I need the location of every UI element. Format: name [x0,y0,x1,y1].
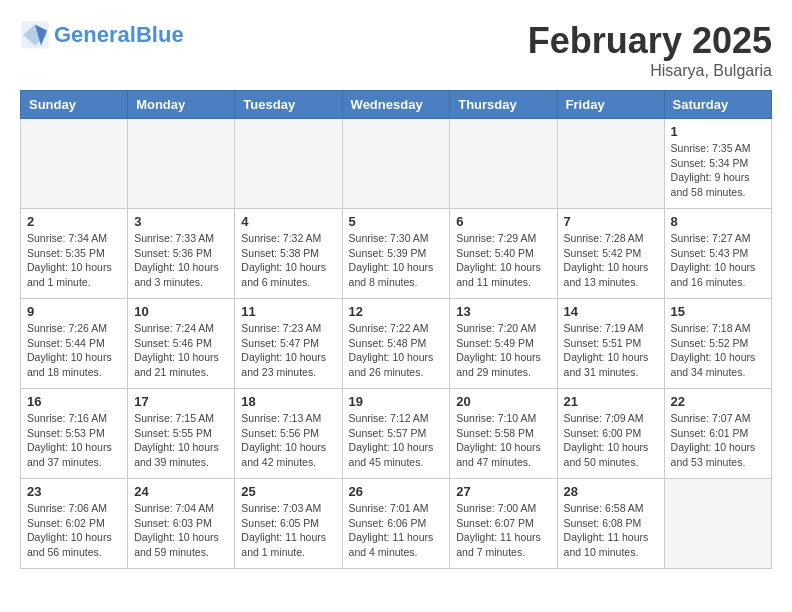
day-number: 26 [349,484,444,499]
weekday-header-monday: Monday [128,91,235,119]
day-number: 18 [241,394,335,409]
calendar-cell: 4Sunrise: 7:32 AM Sunset: 5:38 PM Daylig… [235,209,342,299]
weekday-header-friday: Friday [557,91,664,119]
weekday-header-wednesday: Wednesday [342,91,450,119]
logo-line1: General [54,22,136,47]
day-info: Sunrise: 7:16 AM Sunset: 5:53 PM Dayligh… [27,411,121,470]
day-info: Sunrise: 7:29 AM Sunset: 5:40 PM Dayligh… [456,231,550,290]
day-info: Sunrise: 7:26 AM Sunset: 5:44 PM Dayligh… [27,321,121,380]
page-header: GeneralBlue February 2025 Hisarya, Bulga… [20,20,772,80]
day-number: 17 [134,394,228,409]
day-info: Sunrise: 7:07 AM Sunset: 6:01 PM Dayligh… [671,411,765,470]
day-number: 25 [241,484,335,499]
week-row-1: 2Sunrise: 7:34 AM Sunset: 5:35 PM Daylig… [21,209,772,299]
calendar-cell: 8Sunrise: 7:27 AM Sunset: 5:43 PM Daylig… [664,209,771,299]
day-info: Sunrise: 7:32 AM Sunset: 5:38 PM Dayligh… [241,231,335,290]
day-number: 11 [241,304,335,319]
day-info: Sunrise: 7:03 AM Sunset: 6:05 PM Dayligh… [241,501,335,560]
day-number: 7 [564,214,658,229]
day-info: Sunrise: 7:20 AM Sunset: 5:49 PM Dayligh… [456,321,550,380]
day-number: 4 [241,214,335,229]
calendar-title: February 2025 [528,20,772,62]
day-info: Sunrise: 7:01 AM Sunset: 6:06 PM Dayligh… [349,501,444,560]
logo-text: GeneralBlue [54,23,184,47]
logo-line2: Blue [136,22,184,47]
calendar-cell: 11Sunrise: 7:23 AM Sunset: 5:47 PM Dayli… [235,299,342,389]
calendar-cell: 10Sunrise: 7:24 AM Sunset: 5:46 PM Dayli… [128,299,235,389]
week-row-4: 23Sunrise: 7:06 AM Sunset: 6:02 PM Dayli… [21,479,772,569]
day-number: 16 [27,394,121,409]
calendar-cell [21,119,128,209]
day-info: Sunrise: 7:22 AM Sunset: 5:48 PM Dayligh… [349,321,444,380]
calendar-subtitle: Hisarya, Bulgaria [528,62,772,80]
calendar-cell: 9Sunrise: 7:26 AM Sunset: 5:44 PM Daylig… [21,299,128,389]
logo-icon [20,20,50,50]
calendar-cell: 16Sunrise: 7:16 AM Sunset: 5:53 PM Dayli… [21,389,128,479]
day-info: Sunrise: 7:27 AM Sunset: 5:43 PM Dayligh… [671,231,765,290]
day-number: 12 [349,304,444,319]
day-number: 14 [564,304,658,319]
day-info: Sunrise: 7:24 AM Sunset: 5:46 PM Dayligh… [134,321,228,380]
calendar-cell: 3Sunrise: 7:33 AM Sunset: 5:36 PM Daylig… [128,209,235,299]
day-number: 19 [349,394,444,409]
day-number: 24 [134,484,228,499]
calendar-cell: 18Sunrise: 7:13 AM Sunset: 5:56 PM Dayli… [235,389,342,479]
day-info: Sunrise: 7:33 AM Sunset: 5:36 PM Dayligh… [134,231,228,290]
day-info: Sunrise: 7:28 AM Sunset: 5:42 PM Dayligh… [564,231,658,290]
day-number: 22 [671,394,765,409]
calendar-cell: 13Sunrise: 7:20 AM Sunset: 5:49 PM Dayli… [450,299,557,389]
calendar-cell [450,119,557,209]
day-info: Sunrise: 7:12 AM Sunset: 5:57 PM Dayligh… [349,411,444,470]
day-number: 10 [134,304,228,319]
calendar-cell: 14Sunrise: 7:19 AM Sunset: 5:51 PM Dayli… [557,299,664,389]
calendar-cell [235,119,342,209]
day-info: Sunrise: 7:19 AM Sunset: 5:51 PM Dayligh… [564,321,658,380]
calendar-cell: 5Sunrise: 7:30 AM Sunset: 5:39 PM Daylig… [342,209,450,299]
calendar-cell: 15Sunrise: 7:18 AM Sunset: 5:52 PM Dayli… [664,299,771,389]
calendar-cell: 26Sunrise: 7:01 AM Sunset: 6:06 PM Dayli… [342,479,450,569]
day-info: Sunrise: 7:15 AM Sunset: 5:55 PM Dayligh… [134,411,228,470]
weekday-header-thursday: Thursday [450,91,557,119]
day-info: Sunrise: 7:10 AM Sunset: 5:58 PM Dayligh… [456,411,550,470]
calendar-cell: 20Sunrise: 7:10 AM Sunset: 5:58 PM Dayli… [450,389,557,479]
calendar-cell: 17Sunrise: 7:15 AM Sunset: 5:55 PM Dayli… [128,389,235,479]
day-info: Sunrise: 6:58 AM Sunset: 6:08 PM Dayligh… [564,501,658,560]
day-number: 13 [456,304,550,319]
day-number: 2 [27,214,121,229]
week-row-2: 9Sunrise: 7:26 AM Sunset: 5:44 PM Daylig… [21,299,772,389]
calendar-cell: 24Sunrise: 7:04 AM Sunset: 6:03 PM Dayli… [128,479,235,569]
calendar-cell: 27Sunrise: 7:00 AM Sunset: 6:07 PM Dayli… [450,479,557,569]
day-number: 27 [456,484,550,499]
calendar-cell: 21Sunrise: 7:09 AM Sunset: 6:00 PM Dayli… [557,389,664,479]
day-number: 15 [671,304,765,319]
day-number: 3 [134,214,228,229]
calendar-cell [128,119,235,209]
day-number: 21 [564,394,658,409]
calendar-cell: 2Sunrise: 7:34 AM Sunset: 5:35 PM Daylig… [21,209,128,299]
calendar-cell [342,119,450,209]
day-number: 6 [456,214,550,229]
day-number: 8 [671,214,765,229]
calendar-cell [557,119,664,209]
title-block: February 2025 Hisarya, Bulgaria [528,20,772,80]
day-info: Sunrise: 7:35 AM Sunset: 5:34 PM Dayligh… [671,141,765,200]
calendar-cell: 22Sunrise: 7:07 AM Sunset: 6:01 PM Dayli… [664,389,771,479]
day-number: 1 [671,124,765,139]
weekday-header-tuesday: Tuesday [235,91,342,119]
day-number: 9 [27,304,121,319]
day-number: 5 [349,214,444,229]
week-row-3: 16Sunrise: 7:16 AM Sunset: 5:53 PM Dayli… [21,389,772,479]
calendar-cell [664,479,771,569]
day-info: Sunrise: 7:00 AM Sunset: 6:07 PM Dayligh… [456,501,550,560]
day-info: Sunrise: 7:30 AM Sunset: 5:39 PM Dayligh… [349,231,444,290]
calendar-cell: 28Sunrise: 6:58 AM Sunset: 6:08 PM Dayli… [557,479,664,569]
day-number: 23 [27,484,121,499]
day-info: Sunrise: 7:04 AM Sunset: 6:03 PM Dayligh… [134,501,228,560]
calendar-table: SundayMondayTuesdayWednesdayThursdayFrid… [20,90,772,569]
day-info: Sunrise: 7:18 AM Sunset: 5:52 PM Dayligh… [671,321,765,380]
day-number: 28 [564,484,658,499]
weekday-header-row: SundayMondayTuesdayWednesdayThursdayFrid… [21,91,772,119]
calendar-cell: 19Sunrise: 7:12 AM Sunset: 5:57 PM Dayli… [342,389,450,479]
calendar-cell: 23Sunrise: 7:06 AM Sunset: 6:02 PM Dayli… [21,479,128,569]
calendar-cell: 25Sunrise: 7:03 AM Sunset: 6:05 PM Dayli… [235,479,342,569]
